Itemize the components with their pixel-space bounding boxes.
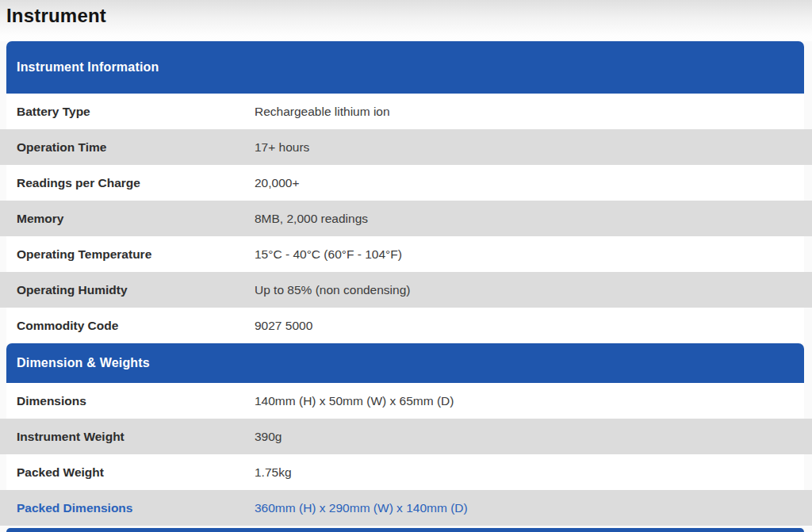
spec-value: 20,000+ [255,176,299,190]
row-content: Memory 8MB, 2,000 readings [6,201,804,236]
row-content: Readings per Charge 20,000+ [6,165,804,201]
section-header-dimension-weights: Dimension & Weights [6,343,804,383]
row-content: Operating Humidty Up to 85% (non condens… [6,272,804,308]
spec-row-dimensions: Dimensions 140mm (H) x 50mm (W) x 65mm (… [0,383,812,419]
spec-value: 1.75kg [255,465,292,480]
next-section-header-partial [6,528,804,532]
page-title: Instrument [6,5,106,27]
spec-value: 390g [255,430,282,444]
spec-label: Battery Type [17,105,255,119]
spec-row-battery-type: Battery Type Rechargeable lithium ion [0,94,812,129]
spec-value: 8MB, 2,000 readings [255,212,368,226]
spec-label: Operating Humidty [17,283,255,297]
row-content: Dimensions 140mm (H) x 50mm (W) x 65mm (… [6,383,804,419]
row-content: Operating Temperature 15°C - 40°C (60°F … [6,236,804,272]
spec-label: Packed Dimensions [17,501,255,515]
spec-value: 17+ hours [255,140,309,155]
row-content: Operation Time 17+ hours [6,129,804,165]
spec-row-commodity-code: Commodity Code 9027 5000 [0,308,812,343]
spec-row-operating-temperature: Operating Temperature 15°C - 40°C (60°F … [0,236,812,272]
section-title: Instrument Information [17,60,159,75]
spec-row-readings-per-charge: Readings per Charge 20,000+ [0,165,812,201]
spec-row-operation-time: Operation Time 17+ hours [0,129,812,165]
spec-label: Commodity Code [17,319,255,333]
spec-value: Rechargeable lithium ion [255,105,390,119]
row-content: Packed Weight 1.75kg [6,454,804,490]
row-content: Commodity Code 9027 5000 [6,308,804,343]
spec-label: Memory [17,212,255,226]
spec-row-instrument-weight: Instrument Weight 390g [0,419,812,454]
row-content: Packed Dimensions 360mm (H) x 290mm (W) … [6,490,804,526]
page-header-gradient [0,0,812,41]
spec-label: Readings per Charge [17,176,255,190]
spec-row-memory: Memory 8MB, 2,000 readings [0,201,812,236]
spec-label: Packed Weight [17,465,255,480]
row-content: Instrument Weight 390g [6,419,804,454]
spec-value: 360mm (H) x 290mm (W) x 140mm (D) [255,501,468,515]
spec-label: Operation Time [17,140,255,155]
spec-row-operating-humidity: Operating Humidty Up to 85% (non condens… [0,272,812,308]
spec-label: Dimensions [17,394,255,408]
section-title: Dimension & Weights [17,356,150,370]
spec-row-packed-dimensions[interactable]: Packed Dimensions 360mm (H) x 290mm (W) … [0,490,812,526]
spec-value: 140mm (H) x 50mm (W) x 65mm (D) [255,394,454,408]
spec-table: Instrument Information Battery Type Rech… [0,41,812,532]
spec-row-packed-weight: Packed Weight 1.75kg [0,454,812,490]
spec-label: Instrument Weight [17,430,255,444]
row-content: Battery Type Rechargeable lithium ion [6,94,804,129]
spec-label: Operating Temperature [17,247,255,262]
spec-value: 15°C - 40°C (60°F - 104°F) [255,247,402,262]
spec-value: Up to 85% (non condensing) [255,283,410,297]
spec-value: 9027 5000 [255,319,312,333]
section-header-instrument-information: Instrument Information [6,41,804,94]
